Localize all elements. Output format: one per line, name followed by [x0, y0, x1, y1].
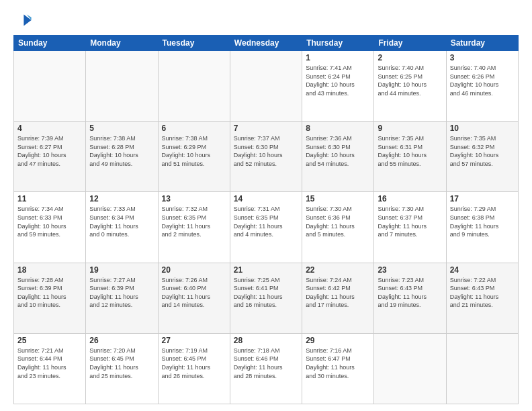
day-info: Sunrise: 7:30 AMSunset: 6:36 PMDaylight:… — [306, 205, 370, 238]
day-number: 16 — [378, 194, 442, 203]
day-info: Sunrise: 7:35 AMSunset: 6:32 PMDaylight:… — [450, 134, 515, 168]
calendar-header-sunday: Sunday — [14, 36, 86, 51]
day-info: Sunrise: 7:19 AMSunset: 6:45 PMDaylight:… — [162, 347, 226, 380]
calendar-header-tuesday: Tuesday — [158, 36, 230, 51]
day-number: 20 — [162, 265, 226, 275]
calendar-cell: 17Sunrise: 7:29 AMSunset: 6:38 PMDayligh… — [446, 192, 518, 263]
page: SundayMondayTuesdayWednesdayThursdayFrid… — [0, 0, 532, 411]
day-number: 9 — [378, 124, 442, 133]
day-info: Sunrise: 7:40 AMSunset: 6:25 PMDaylight:… — [378, 64, 442, 97]
day-number: 23 — [378, 265, 442, 275]
day-info: Sunrise: 7:30 AMSunset: 6:37 PMDaylight:… — [378, 205, 442, 238]
day-number: 26 — [89, 336, 154, 345]
calendar-cell: 5Sunrise: 7:38 AMSunset: 6:28 PMDaylight… — [86, 122, 158, 192]
day-number: 11 — [17, 194, 82, 203]
logo — [13, 11, 35, 30]
day-info: Sunrise: 7:25 AMSunset: 6:41 PMDaylight:… — [234, 276, 298, 310]
day-number: 19 — [89, 265, 154, 275]
day-info: Sunrise: 7:28 AMSunset: 6:39 PMDaylight:… — [17, 276, 82, 310]
calendar-header-thursday: Thursday — [302, 36, 374, 51]
day-number: 27 — [162, 336, 226, 345]
calendar-cell: 8Sunrise: 7:36 AMSunset: 6:30 PMDaylight… — [302, 122, 374, 192]
day-info: Sunrise: 7:38 AMSunset: 6:28 PMDaylight:… — [89, 134, 154, 168]
day-info: Sunrise: 7:26 AMSunset: 6:40 PMDaylight:… — [162, 276, 226, 310]
calendar-cell: 23Sunrise: 7:23 AMSunset: 6:43 PMDayligh… — [374, 263, 446, 333]
day-number: 24 — [450, 265, 515, 275]
day-number: 12 — [89, 194, 154, 203]
day-info: Sunrise: 7:41 AMSunset: 6:24 PMDaylight:… — [306, 64, 370, 97]
calendar-cell: 28Sunrise: 7:18 AMSunset: 6:46 PMDayligh… — [230, 333, 302, 404]
calendar-header-monday: Monday — [86, 36, 158, 51]
day-info: Sunrise: 7:27 AMSunset: 6:39 PMDaylight:… — [89, 276, 154, 310]
calendar-cell: 14Sunrise: 7:31 AMSunset: 6:35 PMDayligh… — [230, 192, 302, 263]
calendar-cell — [86, 51, 158, 122]
day-info: Sunrise: 7:21 AMSunset: 6:44 PMDaylight:… — [17, 347, 82, 380]
day-info: Sunrise: 7:39 AMSunset: 6:27 PMDaylight:… — [17, 134, 82, 168]
day-info: Sunrise: 7:34 AMSunset: 6:33 PMDaylight:… — [17, 205, 82, 238]
calendar-week-2: 11Sunrise: 7:34 AMSunset: 6:33 PMDayligh… — [14, 192, 519, 263]
calendar-cell: 7Sunrise: 7:37 AMSunset: 6:30 PMDaylight… — [230, 122, 302, 192]
calendar-cell — [374, 333, 446, 404]
day-number: 22 — [306, 265, 370, 275]
calendar-cell: 15Sunrise: 7:30 AMSunset: 6:36 PMDayligh… — [302, 192, 374, 263]
calendar-cell: 13Sunrise: 7:32 AMSunset: 6:35 PMDayligh… — [158, 192, 230, 263]
calendar-cell: 25Sunrise: 7:21 AMSunset: 6:44 PMDayligh… — [14, 333, 86, 404]
header — [13, 11, 519, 30]
calendar-table: SundayMondayTuesdayWednesdayThursdayFrid… — [13, 35, 519, 404]
day-info: Sunrise: 7:16 AMSunset: 6:47 PMDaylight:… — [306, 347, 370, 380]
calendar-week-1: 4Sunrise: 7:39 AMSunset: 6:27 PMDaylight… — [14, 122, 519, 192]
calendar-cell: 20Sunrise: 7:26 AMSunset: 6:40 PMDayligh… — [158, 263, 230, 333]
day-info: Sunrise: 7:29 AMSunset: 6:38 PMDaylight:… — [450, 205, 515, 238]
day-info: Sunrise: 7:20 AMSunset: 6:45 PMDaylight:… — [89, 347, 154, 380]
calendar-cell: 22Sunrise: 7:24 AMSunset: 6:42 PMDayligh… — [302, 263, 374, 333]
calendar-header-wednesday: Wednesday — [230, 36, 302, 51]
day-info: Sunrise: 7:37 AMSunset: 6:30 PMDaylight:… — [234, 134, 298, 168]
day-number: 25 — [17, 336, 82, 345]
calendar-cell: 27Sunrise: 7:19 AMSunset: 6:45 PMDayligh… — [158, 333, 230, 404]
day-info: Sunrise: 7:33 AMSunset: 6:34 PMDaylight:… — [89, 205, 154, 238]
calendar-cell: 6Sunrise: 7:38 AMSunset: 6:29 PMDaylight… — [158, 122, 230, 192]
day-number: 7 — [234, 124, 298, 133]
calendar-cell: 9Sunrise: 7:35 AMSunset: 6:31 PMDaylight… — [374, 122, 446, 192]
day-number: 8 — [306, 124, 370, 133]
day-info: Sunrise: 7:36 AMSunset: 6:30 PMDaylight:… — [306, 134, 370, 168]
calendar-cell: 2Sunrise: 7:40 AMSunset: 6:25 PMDaylight… — [374, 51, 446, 122]
calendar-header-friday: Friday — [374, 36, 446, 51]
day-info: Sunrise: 7:40 AMSunset: 6:26 PMDaylight:… — [450, 64, 515, 97]
day-number: 17 — [450, 194, 515, 203]
day-number: 5 — [89, 124, 154, 133]
day-number: 21 — [234, 265, 298, 275]
calendar-cell: 4Sunrise: 7:39 AMSunset: 6:27 PMDaylight… — [14, 122, 86, 192]
day-number: 1 — [306, 53, 370, 62]
day-number: 13 — [162, 194, 226, 203]
day-info: Sunrise: 7:18 AMSunset: 6:46 PMDaylight:… — [234, 347, 298, 380]
day-info: Sunrise: 7:23 AMSunset: 6:43 PMDaylight:… — [378, 276, 442, 310]
calendar-week-3: 18Sunrise: 7:28 AMSunset: 6:39 PMDayligh… — [14, 263, 519, 333]
day-number: 2 — [378, 53, 442, 62]
calendar-cell: 16Sunrise: 7:30 AMSunset: 6:37 PMDayligh… — [374, 192, 446, 263]
day-number: 15 — [306, 194, 370, 203]
day-info: Sunrise: 7:32 AMSunset: 6:35 PMDaylight:… — [162, 205, 226, 238]
day-info: Sunrise: 7:22 AMSunset: 6:43 PMDaylight:… — [450, 276, 515, 310]
calendar-cell: 11Sunrise: 7:34 AMSunset: 6:33 PMDayligh… — [14, 192, 86, 263]
calendar-cell: 19Sunrise: 7:27 AMSunset: 6:39 PMDayligh… — [86, 263, 158, 333]
calendar-cell: 21Sunrise: 7:25 AMSunset: 6:41 PMDayligh… — [230, 263, 302, 333]
calendar-header-saturday: Saturday — [446, 36, 518, 51]
calendar-cell: 29Sunrise: 7:16 AMSunset: 6:47 PMDayligh… — [302, 333, 374, 404]
calendar-cell — [230, 51, 302, 122]
calendar-header-row: SundayMondayTuesdayWednesdayThursdayFrid… — [14, 36, 519, 51]
calendar-cell: 24Sunrise: 7:22 AMSunset: 6:43 PMDayligh… — [446, 263, 518, 333]
calendar-week-4: 25Sunrise: 7:21 AMSunset: 6:44 PMDayligh… — [14, 333, 519, 404]
calendar-cell — [446, 333, 518, 404]
calendar-cell — [158, 51, 230, 122]
day-info: Sunrise: 7:31 AMSunset: 6:35 PMDaylight:… — [234, 205, 298, 238]
day-info: Sunrise: 7:24 AMSunset: 6:42 PMDaylight:… — [306, 276, 370, 310]
day-number: 29 — [306, 336, 370, 345]
calendar-cell: 12Sunrise: 7:33 AMSunset: 6:34 PMDayligh… — [86, 192, 158, 263]
calendar-cell: 3Sunrise: 7:40 AMSunset: 6:26 PMDaylight… — [446, 51, 518, 122]
day-info: Sunrise: 7:35 AMSunset: 6:31 PMDaylight:… — [378, 134, 442, 168]
calendar-week-0: 1Sunrise: 7:41 AMSunset: 6:24 PMDaylight… — [14, 51, 519, 122]
day-number: 3 — [450, 53, 515, 62]
day-number: 28 — [234, 336, 298, 345]
calendar-cell: 1Sunrise: 7:41 AMSunset: 6:24 PMDaylight… — [302, 51, 374, 122]
